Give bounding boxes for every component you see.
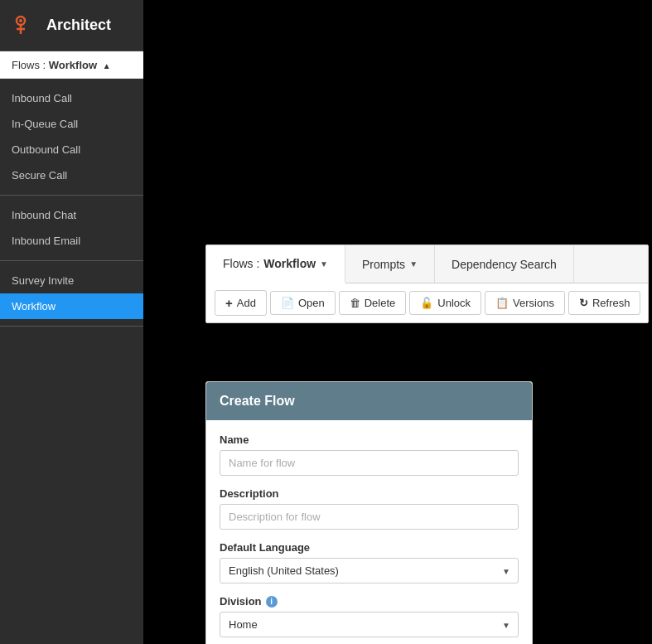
division-field: Division i Home Division 1 Division 2 (220, 595, 519, 637)
sidebar-section-other: Survey Invite Workflow (0, 261, 143, 327)
tab-workflow-label: Workflow (263, 257, 316, 270)
default-language-select[interactable]: English (United States) Spanish (US) Fre… (220, 558, 519, 583)
description-input[interactable] (220, 504, 519, 530)
delete-label: Delete (365, 297, 396, 309)
division-select-wrapper: Home Division 1 Division 2 (220, 612, 519, 637)
dialog-title: Create Flow (220, 394, 295, 408)
sidebar-header: Architect (0, 0, 143, 51)
app-title: Architect (46, 17, 111, 34)
open-label: Open (298, 297, 325, 309)
default-language-field: Default Language English (United States)… (220, 541, 519, 583)
tab-prompts-chevron-icon: ▼ (409, 259, 418, 269)
dialog-header: Create Flow (206, 382, 532, 420)
sidebar-item-inbound-call[interactable]: Inbound Call (0, 85, 143, 111)
sidebar-nav-active: Workflow (49, 59, 97, 71)
toolbar-panel: Flows : Workflow ▼ Prompts ▼ Dependency … (205, 245, 649, 323)
name-input[interactable] (220, 450, 519, 476)
description-label: Description (220, 487, 519, 500)
refresh-label: Refresh (592, 297, 630, 309)
tab-prompts[interactable]: Prompts ▼ (345, 245, 435, 283)
tab-dependency-label: Dependency Search (452, 258, 557, 271)
versions-icon: 📋 (495, 297, 509, 309)
main-area: Flows : Workflow ▼ Prompts ▼ Dependency … (143, 0, 652, 644)
sidebar-item-inbound-chat[interactable]: Inbound Chat (0, 202, 143, 228)
sidebar-nav-caret-icon: ▲ (100, 61, 111, 70)
tab-prompts-label: Prompts (362, 258, 405, 271)
versions-label: Versions (513, 297, 554, 309)
delete-button[interactable]: 🗑 Delete (339, 291, 407, 315)
unlock-icon: 🔓 (420, 297, 433, 309)
tab-flows-label: Flows : (223, 257, 259, 270)
division-info-icon[interactable]: i (266, 596, 278, 608)
sidebar-item-workflow[interactable]: Workflow (0, 293, 143, 319)
toolbar-actions: + Add 📄 Open 🗑 Delete 🔓 Unlock 📋 Version… (206, 283, 648, 322)
description-field: Description (220, 487, 519, 530)
sidebar-nav-prefix: Flows : (12, 59, 49, 71)
sidebar-item-inbound-email[interactable]: Inbound Email (0, 228, 143, 254)
name-field: Name (220, 433, 519, 476)
tab-dependency-search[interactable]: Dependency Search (435, 245, 574, 283)
unlock-button[interactable]: 🔓 Unlock (409, 291, 481, 315)
delete-icon: 🗑 (350, 297, 360, 309)
sidebar-item-secure-call[interactable]: Secure Call (0, 162, 143, 188)
open-icon: 📄 (281, 297, 294, 309)
versions-button[interactable]: 📋 Versions (485, 291, 565, 315)
sidebar-item-survey-invite[interactable]: Survey Invite (0, 268, 143, 293)
division-select[interactable]: Home Division 1 Division 2 (220, 612, 519, 637)
division-label: Division i (220, 595, 519, 608)
sidebar-item-inqueue-call[interactable]: In-Queue Call (0, 111, 143, 137)
refresh-icon: ↻ (579, 297, 588, 309)
sidebar-section-digital: Inbound Chat Inbound Email (0, 196, 143, 261)
sidebar: Architect Flows : Workflow ▲ Inbound Cal… (0, 0, 143, 644)
dialog-body: Name Description Default Language Englis… (206, 420, 532, 644)
add-icon: + (225, 296, 233, 310)
add-button[interactable]: + Add (215, 290, 267, 316)
svg-point-1 (19, 19, 22, 22)
tab-flows-chevron-icon: ▼ (320, 259, 328, 269)
default-language-select-wrapper: English (United States) Spanish (US) Fre… (220, 558, 519, 583)
add-label: Add (237, 297, 256, 309)
toolbar-tabs: Flows : Workflow ▼ Prompts ▼ Dependency … (206, 245, 648, 283)
open-button[interactable]: 📄 Open (270, 291, 336, 315)
create-flow-dialog: Create Flow Name Description Default Lan… (205, 381, 533, 644)
sidebar-flows-nav[interactable]: Flows : Workflow ▲ (0, 51, 143, 79)
refresh-button[interactable]: ↻ Refresh (568, 291, 641, 315)
architect-logo-icon (12, 12, 38, 39)
name-label: Name (220, 433, 519, 446)
default-language-label: Default Language (220, 541, 519, 554)
unlock-label: Unlock (437, 297, 471, 309)
sidebar-item-outbound-call[interactable]: Outbound Call (0, 137, 143, 162)
sidebar-section-calls: Inbound Call In-Queue Call Outbound Call… (0, 79, 143, 196)
tab-flows-workflow[interactable]: Flows : Workflow ▼ (206, 245, 345, 283)
